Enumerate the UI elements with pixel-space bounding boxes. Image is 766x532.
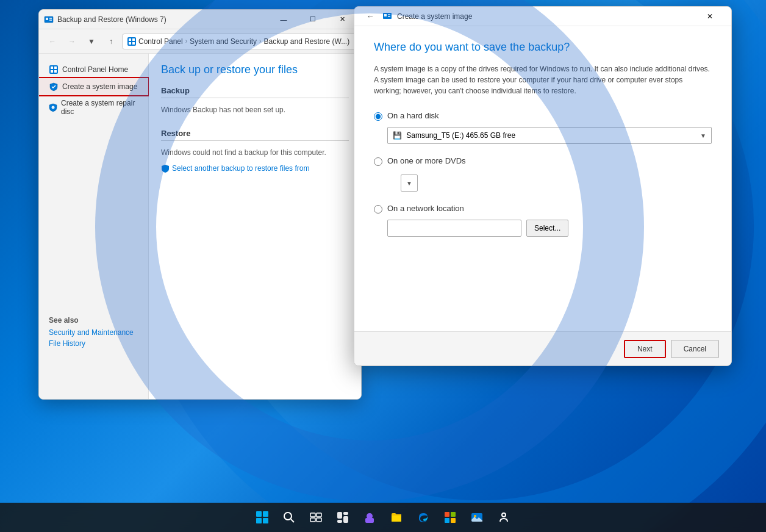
shield-icon bbox=[49, 82, 59, 92]
sidebar-item-create-repair-disc[interactable]: Create a system repair disc bbox=[39, 95, 148, 120]
address-bar: Control Panel › System and Security › Ba… bbox=[122, 34, 356, 49]
svg-rect-8 bbox=[132, 42, 135, 45]
see-also-section: See also Security and Maintenance File H… bbox=[39, 309, 149, 358]
taskbar-microsoft-store[interactable] bbox=[438, 505, 462, 530]
sidebar-item-create-system-image[interactable]: Create a system image bbox=[39, 78, 148, 95]
hard-disk-label[interactable]: On a hard disk bbox=[387, 111, 439, 120]
svg-rect-16 bbox=[384, 14, 387, 16]
network-radio[interactable] bbox=[374, 205, 382, 214]
dvd-radio-option: On one or more DVDs bbox=[374, 156, 712, 166]
svg-rect-30 bbox=[365, 518, 374, 523]
control-panel-icon bbox=[127, 37, 136, 46]
hard-disk-dropdown-row: 💾 Samsung_T5 (E:) 465.65 GB free ▼ bbox=[387, 127, 712, 144]
svg-rect-21 bbox=[310, 513, 315, 517]
task-view-icon bbox=[310, 511, 322, 523]
taskbar-task-view[interactable] bbox=[304, 505, 328, 530]
svg-rect-6 bbox=[132, 38, 135, 41]
restore-link-container: Select another backup to restore files f… bbox=[161, 164, 349, 173]
taskbar-system-icon[interactable] bbox=[492, 505, 516, 530]
drive-name: Samsung_T5 (E:) 465.65 GB free bbox=[406, 131, 515, 140]
dvd-dropdown-row: ▼ bbox=[387, 172, 712, 192]
main-window-titlebar: Backup and Restore (Windows 7) — ☐ ✕ bbox=[39, 10, 361, 29]
see-also-title: See also bbox=[49, 316, 139, 325]
hard-disk-radio[interactable] bbox=[374, 112, 382, 121]
forward-button[interactable]: → bbox=[63, 33, 81, 50]
taskbar-edge[interactable] bbox=[411, 505, 435, 530]
file-explorer-icon bbox=[390, 511, 403, 523]
cancel-button[interactable]: Cancel bbox=[671, 340, 719, 358]
dialog-footer: Next Cancel bbox=[354, 331, 731, 365]
next-button[interactable]: Next bbox=[624, 340, 666, 358]
file-history-link[interactable]: File History bbox=[49, 339, 139, 348]
recent-locations-button[interactable]: ▼ bbox=[83, 33, 100, 50]
restore-link-text: Select another backup to restore files f… bbox=[172, 164, 309, 173]
sidebar-label-create-repair-disc: Create a system repair disc bbox=[61, 99, 138, 116]
taskbar-widgets[interactable] bbox=[331, 505, 355, 530]
disk-icon: 💾 bbox=[393, 131, 402, 140]
taskbar-search[interactable] bbox=[277, 505, 301, 530]
dvd-dropdown[interactable]: ▼ bbox=[401, 174, 418, 192]
titlebar-icon bbox=[44, 15, 54, 24]
hard-disk-option-group: On a hard disk 💾 Samsung_T5 (E:) 465.65 … bbox=[374, 111, 712, 144]
create-system-image-dialog: ← Create a system image ✕ Where do you w… bbox=[354, 6, 732, 366]
dialog-title-icon bbox=[382, 11, 393, 22]
taskbar-chat[interactable] bbox=[357, 505, 382, 530]
network-location-input[interactable] bbox=[387, 220, 521, 237]
dialog-description: A system image is a copy of the drives r… bbox=[374, 63, 712, 96]
maximize-button[interactable]: ☐ bbox=[299, 10, 327, 29]
dialog-title-text: Create a system image bbox=[397, 12, 696, 21]
dvd-option-group: On one or more DVDs ▼ bbox=[374, 156, 712, 192]
backup-section-header: Backup bbox=[161, 86, 349, 98]
dialog-back-button[interactable]: ← bbox=[362, 8, 379, 25]
chat-icon bbox=[363, 511, 376, 523]
photos-icon bbox=[471, 511, 483, 523]
hard-disk-dropdown[interactable]: 💾 Samsung_T5 (E:) 465.65 GB free ▼ bbox=[387, 127, 712, 144]
security-maintenance-link[interactable]: Security and Maintenance bbox=[49, 328, 139, 337]
network-select-button[interactable]: Select... bbox=[526, 220, 568, 237]
microsoft-store-icon bbox=[444, 511, 456, 523]
search-icon bbox=[283, 511, 295, 523]
window-controls: — ☐ ✕ bbox=[270, 10, 356, 29]
taskbar-file-explorer[interactable] bbox=[384, 505, 409, 530]
svg-rect-23 bbox=[310, 518, 315, 522]
network-label[interactable]: On a network location bbox=[387, 204, 464, 213]
disc-icon bbox=[49, 102, 57, 112]
svg-rect-13 bbox=[54, 70, 57, 73]
network-input-row: Select... bbox=[387, 220, 712, 237]
svg-rect-31 bbox=[445, 512, 449, 517]
dvd-label[interactable]: On one or more DVDs bbox=[387, 156, 466, 165]
dropdown-arrow-icon: ▼ bbox=[700, 132, 706, 139]
back-button[interactable]: ← bbox=[44, 33, 61, 50]
backup-status: Windows Backup has not been set up. bbox=[161, 101, 349, 119]
sidebar-label-control-panel-home: Control Panel Home bbox=[62, 65, 128, 74]
network-icon bbox=[498, 511, 510, 523]
svg-rect-1 bbox=[46, 18, 48, 20]
dialog-heading: Where do you want to save the backup? bbox=[374, 41, 712, 54]
restore-status: Windows could not find a backup for this… bbox=[161, 143, 349, 162]
svg-rect-15 bbox=[383, 13, 392, 19]
svg-rect-10 bbox=[51, 66, 53, 69]
svg-rect-22 bbox=[317, 513, 321, 517]
svg-rect-17 bbox=[388, 14, 390, 15]
svg-rect-27 bbox=[343, 516, 348, 523]
svg-rect-33 bbox=[445, 518, 449, 523]
dialog-close-button[interactable]: ✕ bbox=[696, 7, 724, 26]
select-backup-link[interactable]: Select another backup to restore files f… bbox=[161, 164, 349, 173]
close-button[interactable]: ✕ bbox=[328, 10, 356, 29]
address-backup: Backup and Restore (W...) bbox=[263, 37, 349, 46]
up-button[interactable]: ↑ bbox=[102, 33, 120, 50]
taskbar-windows-logo[interactable] bbox=[250, 505, 274, 530]
svg-rect-26 bbox=[343, 512, 348, 515]
svg-rect-24 bbox=[317, 518, 321, 522]
taskbar-photos[interactable] bbox=[465, 505, 489, 530]
dvd-radio[interactable] bbox=[374, 157, 382, 166]
minimize-button[interactable]: — bbox=[270, 10, 298, 29]
svg-rect-28 bbox=[337, 520, 342, 523]
dialog-titlebar: ← Create a system image ✕ bbox=[354, 7, 731, 26]
svg-point-37 bbox=[502, 513, 506, 517]
widgets-icon bbox=[337, 511, 349, 523]
svg-line-20 bbox=[291, 519, 294, 522]
address-sep-1: › bbox=[185, 38, 187, 45]
sidebar-item-control-panel-home[interactable]: Control Panel Home bbox=[39, 61, 148, 78]
taskbar bbox=[0, 503, 766, 532]
